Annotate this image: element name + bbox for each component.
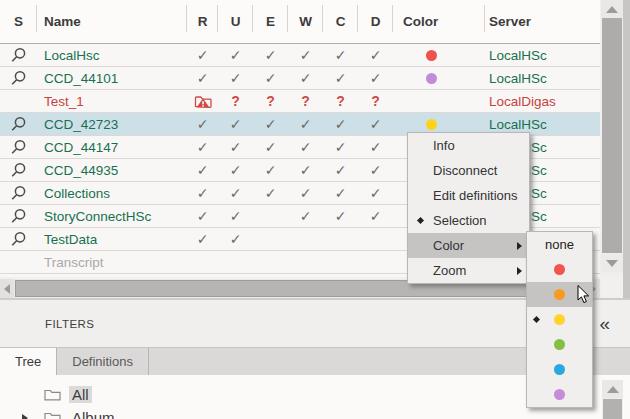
status-cell-w: ✓ — [288, 159, 323, 181]
scroll-up-button[interactable] — [602, 380, 623, 398]
check-icon: ✓ — [265, 163, 277, 177]
column-header-server[interactable]: Server — [485, 0, 600, 43]
color-submenu: none — [526, 231, 593, 408]
check-icon: ✓ — [300, 209, 312, 223]
magnifier-icon[interactable] — [10, 139, 27, 155]
menu-item-label: Color — [433, 238, 464, 253]
arrow-right-icon — [517, 242, 522, 250]
status-cell-r: ✓ — [187, 136, 218, 158]
color-option-5[interactable] — [527, 357, 592, 382]
menu-item-zoom[interactable]: Zoom — [408, 258, 529, 283]
check-icon: ✓ — [197, 232, 209, 246]
check-icon: ✓ — [197, 48, 209, 62]
status-cell-c: ✓ — [323, 44, 358, 66]
status-cell-e: ✓ — [253, 44, 288, 66]
scroll-down-button[interactable] — [601, 254, 623, 272]
color-option-6[interactable] — [527, 382, 592, 407]
question-icon: ? — [336, 94, 345, 108]
status-cell-u: ✓ — [218, 228, 253, 250]
magnifier-icon[interactable] — [10, 116, 27, 132]
column-header-color[interactable]: Color — [393, 0, 485, 43]
window-edge — [623, 0, 630, 298]
folder-icon — [44, 411, 61, 419]
table-vertical-scrollbar[interactable] — [601, 0, 623, 277]
scrollbar-thumb[interactable] — [602, 18, 622, 253]
question-icon: ? — [301, 94, 310, 108]
check-icon: ✓ — [370, 48, 382, 62]
color-cell — [393, 67, 485, 89]
status-cell-u: ✓ — [218, 113, 253, 135]
check-icon: ✓ — [335, 163, 347, 177]
search-cell — [0, 136, 37, 158]
color-dot-icon — [554, 339, 565, 350]
name-cell: CCD_44101 — [37, 67, 187, 89]
tab-tree[interactable]: Tree — [0, 348, 57, 375]
menu-item-label: Zoom — [433, 263, 466, 278]
magnifier-icon[interactable] — [10, 47, 27, 63]
column-header-u[interactable]: U — [218, 0, 253, 43]
color-option-1[interactable] — [527, 257, 592, 282]
magnifier-icon[interactable] — [10, 208, 27, 224]
mouse-cursor — [577, 285, 591, 309]
check-icon: ✓ — [335, 71, 347, 85]
menu-item-label: Edit definitions — [433, 188, 518, 203]
status-cell-u: ? — [218, 90, 253, 112]
column-header-w[interactable]: W — [288, 0, 323, 43]
menu-item-disconnect[interactable]: Disconnect — [408, 158, 529, 183]
search-cell — [0, 159, 37, 181]
status-cell-c: ✓ — [323, 67, 358, 89]
collapse-panel-button[interactable]: « — [599, 300, 610, 347]
color-cell — [393, 90, 485, 112]
search-cell — [0, 113, 37, 135]
check-icon: ✓ — [370, 117, 382, 131]
table-row[interactable]: LocalHsc✓✓✓✓✓✓LocalHSc — [0, 44, 600, 67]
column-header-r[interactable]: R — [187, 0, 218, 43]
status-cell-w: ✓ — [288, 44, 323, 66]
scroll-left-button[interactable] — [0, 279, 14, 298]
status-cell-e — [253, 251, 288, 273]
menu-item-label: Selection — [433, 213, 486, 228]
expander-icon[interactable] — [19, 414, 31, 419]
scroll-up-button[interactable] — [601, 0, 623, 18]
column-header-name[interactable]: Name — [37, 0, 187, 43]
color-dot-icon — [554, 289, 565, 300]
arrow-right-icon — [517, 267, 522, 275]
menu-item-color[interactable]: Color — [408, 233, 529, 258]
column-header-c[interactable]: C — [323, 0, 358, 43]
magnifier-icon[interactable] — [10, 231, 27, 247]
color-cell — [393, 44, 485, 66]
column-header-e[interactable]: E — [253, 0, 288, 43]
menu-item-edit-definitions[interactable]: Edit definitions — [408, 183, 529, 208]
scrollbar-thumb[interactable] — [603, 399, 622, 419]
search-cell — [0, 251, 37, 273]
table-row[interactable]: Test_1?????LocalDigas — [0, 90, 600, 113]
magnifier-icon[interactable] — [10, 185, 27, 201]
check-icon: ✓ — [230, 209, 242, 223]
status-cell-u: ✓ — [218, 205, 253, 227]
table-row[interactable]: CCD_44101✓✓✓✓✓✓LocalHSc — [0, 67, 600, 90]
status-cell-d — [358, 251, 393, 273]
column-header-d[interactable]: D — [358, 0, 393, 43]
status-cell-w: ✓ — [288, 205, 323, 227]
triangle-left-icon — [4, 284, 10, 294]
tab-definitions[interactable]: Definitions — [57, 348, 149, 375]
check-icon: ✓ — [300, 71, 312, 85]
check-icon: ✓ — [300, 117, 312, 131]
menu-item-info[interactable]: Info — [408, 133, 529, 158]
column-header-s[interactable]: S — [0, 0, 37, 43]
check-icon: ✓ — [370, 163, 382, 177]
color-option-4[interactable] — [527, 332, 592, 357]
magnifier-icon[interactable] — [10, 162, 27, 178]
status-cell-d: ✓ — [358, 136, 393, 158]
check-icon: ✓ — [230, 163, 242, 177]
status-cell-e — [253, 205, 288, 227]
menu-item-selection[interactable]: Selection — [408, 208, 529, 233]
magnifier-icon[interactable] — [10, 70, 27, 86]
status-cell-d: ✓ — [358, 67, 393, 89]
color-option-3[interactable] — [527, 307, 592, 332]
tree-vertical-scrollbar[interactable] — [602, 380, 623, 419]
status-cell-r: ✓ — [187, 182, 218, 204]
color-dot-icon — [554, 314, 565, 325]
check-icon: ✓ — [265, 71, 277, 85]
color-option-none[interactable]: none — [527, 232, 592, 257]
